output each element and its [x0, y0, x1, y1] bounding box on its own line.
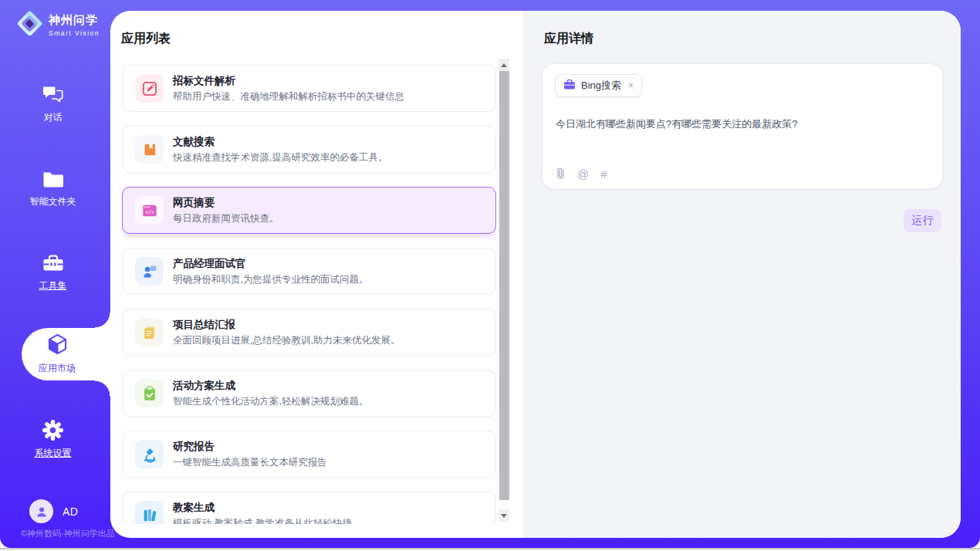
- svg-text:</>: </>: [145, 209, 154, 215]
- sidebar-item-label: 对话: [0, 111, 106, 124]
- app-list: 招标文件解析帮助用户快速、准确地理解和解析招标书中的关键信息 文献搜索快速精准查…: [122, 65, 496, 524]
- window-bottom-edge: [0, 548, 980, 549]
- user-account[interactable]: AD: [29, 499, 78, 523]
- app-card[interactable]: 文献搜索快速精准查找学术资源,提高研究效率的必备工具。: [122, 126, 496, 173]
- app-card[interactable]: 教案生成模板驱动,教案秒成,教学准备从此轻松快捷: [122, 492, 496, 524]
- app-desc: 全面回顾项目进展,总结经验教训,助力未来优化发展。: [173, 336, 400, 346]
- blob-fillet-top: [95, 313, 110, 328]
- sidebar-item-label: 智能文件夹: [0, 195, 106, 208]
- triangle-down-icon: [501, 514, 507, 518]
- hash-icon[interactable]: #: [600, 168, 607, 180]
- scroll-up-button[interactable]: [498, 59, 509, 71]
- web-code-icon: </>: [135, 196, 164, 225]
- book-icon: [135, 135, 164, 164]
- app-list-title: 应用列表: [121, 31, 171, 47]
- app-name: 产品经理面试官: [173, 259, 368, 269]
- app-desc: 一键智能生成高质量长文本研究报告: [173, 458, 327, 468]
- sidebar-item-settings[interactable]: 系统设置: [0, 419, 106, 460]
- sidebar-item-smart-folders[interactable]: 智能文件夹: [0, 170, 106, 208]
- app-card[interactable]: 招标文件解析帮助用户快速、准确地理解和解析招标书中的关键信息: [122, 65, 496, 112]
- app-desc: 智能生成个性化活动方案,轻松解决规划难题。: [173, 397, 368, 407]
- copyright-footer: ©神州数码·神州问学出品: [21, 528, 115, 539]
- sidebar-item-toolset[interactable]: 工具集: [0, 253, 106, 292]
- gear-icon: [0, 419, 106, 441]
- sidebar-item-label: 系统设置: [0, 447, 106, 460]
- books-icon: [135, 501, 164, 524]
- app-name: 教案生成: [173, 502, 352, 512]
- app-window: 神州问学 Smart Vision 对话 智能文件夹: [0, 0, 980, 548]
- sidebar-item-label: 应用市场: [22, 362, 93, 375]
- app-name: 活动方案生成: [173, 380, 368, 390]
- app-card[interactable]: 产品经理面试官明确身份和职责,为您提供专业性的面试问题。: [122, 248, 496, 295]
- blob-fillet-bottom: [95, 380, 110, 396]
- user-label: AD: [63, 505, 78, 518]
- triangle-up-icon: [501, 63, 507, 67]
- brand-subtitle: Smart Vision: [49, 29, 100, 37]
- tool-tag-bing-search[interactable]: Bing搜索 ×: [555, 74, 642, 97]
- app-detail-panel: 应用详情 Bing搜索 × 今日湖北有哪些新闻要点?有哪些需要关注的最新政策?: [523, 11, 961, 538]
- sidebar-item-label: 工具集: [0, 279, 106, 292]
- brand-logo: 神州问学 Smart Vision: [15, 9, 100, 41]
- app-name: 文献搜索: [173, 137, 387, 147]
- query-input[interactable]: 今日湖北有哪些新闻要点?有哪些需要关注的最新政策?: [556, 117, 926, 131]
- content-surface: 应用列表 招标文件解析帮助用户快速、准确地理解和解析招标书中的关键信息 文献搜索…: [110, 11, 961, 538]
- app-desc: 帮助用户快速、准确地理解和解析招标书中的关键信息: [173, 92, 404, 102]
- query-card: Bing搜索 × 今日湖北有哪些新闻要点?有哪些需要关注的最新政策? @ #: [542, 63, 943, 189]
- composer-toolbar: @ #: [556, 167, 607, 181]
- app-card[interactable]: 项目总结汇报全面回顾项目进展,总结经验教训,助力未来优化发展。: [122, 309, 496, 356]
- app-name: 网页摘要: [173, 198, 279, 208]
- app-desc: 快速精准查找学术资源,提高研究效率的必备工具。: [173, 153, 387, 163]
- app-name: 研究报告: [173, 441, 327, 451]
- report-doc-icon: [135, 318, 164, 346]
- tool-tag-label: Bing搜索: [581, 79, 621, 93]
- microscope-icon: [135, 440, 164, 468]
- run-button[interactable]: 运行: [904, 209, 941, 232]
- toolbox-icon: [0, 253, 106, 274]
- paperclip-icon[interactable]: [556, 167, 566, 181]
- app-list-scrollbar[interactable]: [498, 59, 509, 522]
- briefcase-icon: [563, 79, 576, 93]
- app-desc: 每日政府新闻资讯快查。: [173, 214, 279, 224]
- interviewer-icon: [135, 257, 164, 286]
- scrollbar-thumb[interactable]: [499, 71, 509, 500]
- tag-close-icon[interactable]: ×: [628, 80, 634, 91]
- folder-icon: [0, 170, 106, 190]
- clipboard-check-icon: [135, 379, 164, 407]
- app-desc: 模板驱动,教案秒成,教学准备从此轻松快捷: [173, 519, 352, 525]
- chat-icon: [0, 85, 106, 106]
- brand-name: 神州问学: [49, 13, 100, 28]
- app-detail-title: 应用详情: [544, 31, 593, 47]
- app-desc: 明确身份和职责,为您提供专业性的面试问题。: [173, 275, 368, 285]
- sidebar-item-app-market[interactable]: 应用市场: [22, 332, 93, 375]
- at-icon[interactable]: @: [577, 168, 589, 180]
- app-card[interactable]: 活动方案生成智能生成个性化活动方案,轻松解决规划难题。: [122, 370, 496, 417]
- avatar: [29, 499, 53, 523]
- edit-doc-icon: [135, 74, 164, 103]
- brand-diamond-icon: [15, 9, 44, 41]
- app-name: 项目总结汇报: [173, 319, 400, 330]
- cube-icon: [22, 332, 93, 357]
- app-card[interactable]: </>网页摘要每日政府新闻资讯快查。: [122, 187, 496, 234]
- scroll-down-button[interactable]: [498, 509, 509, 522]
- sidebar-item-chat[interactable]: 对话: [0, 85, 106, 124]
- app-card[interactable]: 研究报告一键智能生成高质量长文本研究报告: [122, 431, 496, 478]
- app-name: 招标文件解析: [173, 76, 404, 86]
